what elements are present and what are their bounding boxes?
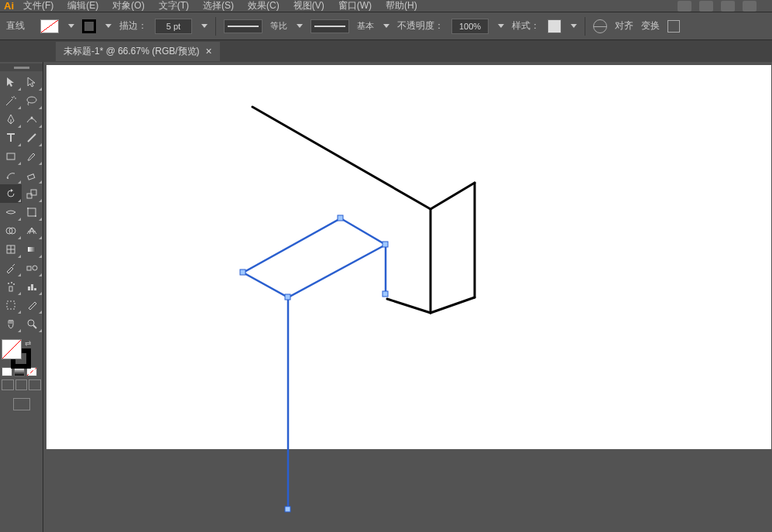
transform-button[interactable]: 变换 — [641, 19, 660, 33]
mesh-tool[interactable] — [0, 240, 22, 259]
svg-point-22 — [13, 283, 15, 285]
close-tab-icon[interactable]: × — [206, 45, 212, 57]
rectangle-tool[interactable] — [0, 147, 22, 166]
eraser-tool[interactable] — [22, 166, 43, 184]
separator — [215, 17, 216, 36]
menu-effect[interactable]: 效果(C) — [248, 0, 280, 12]
lasso-tool[interactable] — [22, 91, 43, 110]
magic-wand-tool[interactable] — [0, 91, 22, 110]
svg-rect-25 — [34, 288, 36, 290]
menu-view[interactable]: 视图(V) — [293, 0, 324, 12]
brush-dropdown-icon[interactable] — [383, 24, 389, 28]
gpu-icon[interactable] — [743, 1, 757, 12]
svg-point-1 — [31, 117, 33, 119]
menu-help[interactable]: 帮助(H) — [386, 0, 417, 12]
arrange-docs-icon[interactable] — [721, 1, 735, 12]
canvas-area[interactable] — [43, 62, 772, 532]
stroke-weight-label: 描边： — [119, 19, 147, 33]
menu-object[interactable]: 对象(O) — [112, 0, 144, 12]
svg-line-34 — [387, 299, 431, 313]
swap-colors-icon[interactable]: ⇄ — [25, 339, 31, 348]
svg-rect-8 — [28, 208, 36, 216]
hand-tool[interactable] — [0, 314, 22, 333]
profile-label: 等比 — [270, 20, 287, 32]
eyedropper-tool[interactable] — [0, 259, 22, 277]
bridge-icon[interactable] — [678, 1, 691, 12]
color-controls: ⇄ — [0, 338, 43, 376]
isolate-icon[interactable] — [667, 20, 680, 33]
direct-selection-tool[interactable] — [22, 73, 43, 91]
fill-color-swatch[interactable] — [40, 19, 59, 33]
toolbox-drag-handle[interactable] — [0, 63, 43, 71]
artboard[interactable] — [46, 65, 771, 449]
shaper-tool[interactable] — [0, 166, 22, 184]
graphic-style-swatch[interactable] — [547, 19, 561, 33]
brush-definition[interactable] — [311, 19, 349, 33]
width-tool[interactable] — [0, 203, 22, 221]
svg-point-0 — [27, 97, 36, 103]
control-bar: 直线 描边： 等比 基本 不透明度： 样式： 对齐 变换 — [0, 12, 772, 40]
menu-edit[interactable]: 编辑(E) — [67, 0, 98, 12]
paintbrush-tool[interactable] — [22, 147, 43, 166]
menu-file[interactable]: 文件(F) — [23, 0, 53, 12]
blend-tool[interactable] — [22, 259, 43, 277]
rotate-tool[interactable] — [0, 184, 22, 203]
svg-rect-42 — [383, 291, 388, 297]
draw-normal-icon[interactable] — [2, 379, 14, 390]
stroke-weight-input[interactable] — [155, 19, 192, 34]
draw-inside-icon[interactable] — [29, 379, 41, 390]
curvature-tool[interactable] — [22, 110, 43, 129]
slice-tool[interactable] — [22, 296, 43, 314]
style-dropdown-icon[interactable] — [571, 24, 577, 28]
scale-tool[interactable] — [22, 184, 43, 203]
menu-type[interactable]: 文字(T) — [159, 0, 189, 12]
svg-point-4 — [7, 177, 9, 179]
svg-point-20 — [8, 283, 9, 284]
type-tool[interactable] — [0, 129, 22, 147]
fill-dropdown-icon[interactable] — [68, 24, 74, 28]
svg-marker-35 — [243, 218, 386, 297]
svg-rect-38 — [338, 215, 343, 221]
svg-rect-16 — [28, 247, 36, 252]
svg-point-18 — [33, 266, 37, 270]
shape-builder-tool[interactable] — [0, 221, 22, 240]
svg-line-2 — [28, 134, 36, 142]
stroke-color-swatch[interactable] — [82, 19, 96, 33]
screen-mode-icon[interactable] — [13, 398, 30, 410]
pen-tool[interactable] — [0, 110, 22, 129]
svg-rect-24 — [31, 284, 33, 290]
variable-width-profile[interactable] — [224, 19, 262, 33]
document-tab[interactable]: 未标题-1* @ 66.67% (RGB/预览) × — [56, 42, 220, 61]
perspective-grid-tool[interactable] — [22, 221, 43, 240]
stroke-weight-dropdown-icon[interactable] — [201, 24, 208, 28]
svg-point-10 — [35, 215, 36, 217]
svg-line-33 — [431, 297, 475, 313]
svg-rect-26 — [7, 301, 15, 309]
gradient-tool[interactable] — [22, 240, 43, 259]
opacity-input[interactable] — [451, 19, 489, 34]
recolor-artwork-icon[interactable] — [593, 19, 607, 33]
fill-color-box[interactable] — [2, 339, 22, 359]
selection-tool[interactable] — [0, 73, 22, 91]
svg-rect-5 — [28, 174, 35, 180]
align-button[interactable]: 对齐 — [615, 19, 633, 33]
symbol-sprayer-tool[interactable] — [0, 277, 22, 296]
opacity-label: 不透明度： — [397, 19, 444, 33]
profile-dropdown-icon[interactable] — [297, 24, 303, 28]
style-label: 样式： — [512, 19, 540, 33]
stroke-dropdown-icon[interactable] — [105, 24, 112, 28]
free-transform-tool[interactable] — [22, 203, 43, 221]
svg-rect-23 — [28, 287, 30, 290]
opacity-dropdown-icon[interactable] — [498, 24, 504, 28]
column-graph-tool[interactable] — [22, 277, 43, 296]
stock-icon[interactable] — [699, 1, 713, 12]
menu-window[interactable]: 窗口(W) — [338, 0, 372, 12]
svg-point-27 — [28, 320, 34, 326]
brush-label: 基本 — [357, 20, 374, 32]
svg-rect-39 — [383, 242, 388, 247]
draw-behind-icon[interactable] — [15, 379, 28, 390]
zoom-tool[interactable] — [22, 314, 43, 333]
menu-select[interactable]: 选择(S) — [203, 0, 234, 12]
line-segment-tool[interactable] — [22, 129, 43, 147]
artboard-tool[interactable] — [0, 296, 22, 314]
